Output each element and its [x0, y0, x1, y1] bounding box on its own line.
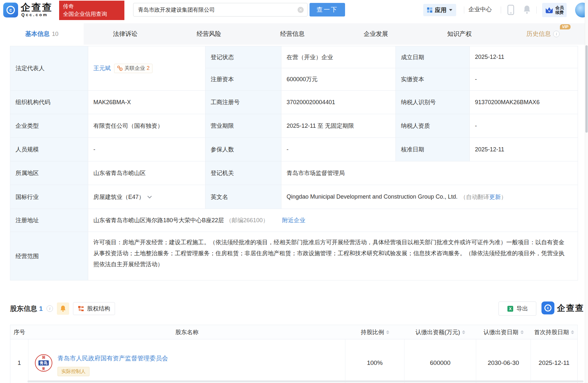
search-box: ✕: [133, 3, 308, 16]
promo-banner[interactable]: 传奇 全国企业信用查询: [59, 1, 124, 20]
reg-status-value: 在营（开业）企业: [281, 46, 396, 68]
mobile-app-icon[interactable]: [507, 5, 514, 16]
tab-operation-info[interactable]: 经营信息: [251, 23, 334, 45]
apps-grid-icon: [427, 7, 432, 13]
insured-label: 参保人数: [205, 138, 281, 161]
vip-line1: 会员: [555, 5, 564, 10]
tab-legal-litigation[interactable]: 法律诉讼: [84, 23, 167, 45]
industry-value-cell: 房屋建筑业（E47）: [88, 185, 205, 209]
row-amount: 600000: [404, 339, 476, 383]
insured-value: -: [281, 138, 396, 161]
sort-amount-button[interactable]: [462, 330, 465, 334]
company-type-label: 企业类型: [10, 114, 88, 138]
tab-enterprise-development[interactable]: 企业发展: [334, 23, 418, 45]
shareholders-title: 股东信息: [10, 304, 37, 313]
sort-sub-date-button[interactable]: [520, 330, 524, 334]
est-date-value: 2025-12-11: [470, 46, 578, 68]
enterprise-center-link[interactable]: 企业中心: [468, 5, 492, 13]
info-icon[interactable]: i: [47, 305, 53, 312]
shareholders-table: 序号 股东名称 持股比例 认缴出资额(万元) 认缴出资日期 首次持股日期 1 国…: [10, 325, 578, 383]
search-button[interactable]: 查一下: [310, 3, 345, 16]
reg-authority-label: 登记机关: [205, 161, 281, 185]
crown-icon: [545, 6, 553, 14]
shareholder-row: 国 青岛 资 青岛市人民政府国有资产监督管理委员会 实际控制人: [28, 339, 345, 383]
search-input[interactable]: [133, 3, 307, 16]
vip-renew-button[interactable]: 会员 续费: [542, 3, 567, 17]
tab-history-info[interactable]: VIP 历史信息 i: [501, 23, 585, 45]
reg-capital-label: 注册资本: [205, 68, 281, 91]
actual-controller-tag[interactable]: 实际控制人: [58, 367, 89, 376]
shareholder-name-link[interactable]: 青岛市人民政府国有资产监督管理委员会: [58, 355, 168, 362]
export-button[interactable]: X 导出: [499, 301, 536, 316]
qcc-brand-watermark: c 企查查: [541, 301, 584, 314]
qcc-logo-icon[interactable]: c: [3, 3, 18, 17]
en-name-note: （自动翻译: [460, 193, 489, 201]
tab-basic-info[interactable]: 基本信息 10: [0, 23, 84, 45]
en-name-update-link[interactable]: 更新: [489, 193, 501, 201]
chevron-down-icon: [449, 9, 452, 11]
svg-text:X: X: [509, 307, 512, 311]
address-value: 山东省青岛市崂山区海尔路180号大荣中心B座22层: [93, 216, 224, 224]
vertical-scrollbar-track: [585, 0, 588, 383]
divider: [464, 6, 464, 14]
qcc-company-page: 企查查 企查查 企查查 企查查 企查查 企查查 企查查 企查查 c 企查查 Qc…: [0, 0, 588, 383]
row-ratio: 100%: [345, 339, 404, 383]
info-icon[interactable]: i: [553, 31, 560, 37]
divider: [501, 6, 501, 14]
legal-rep-link[interactable]: 王元斌: [93, 64, 111, 72]
tab-operation-risk[interactable]: 经营风险: [167, 23, 251, 45]
paid-capital-value: -: [470, 68, 578, 91]
sort-first-date-button[interactable]: [571, 330, 574, 334]
reg-capital-value: 600000万元: [281, 68, 396, 91]
staff-size-value: -: [88, 138, 205, 161]
equity-structure-button[interactable]: 股权结构: [73, 302, 115, 315]
reg-status-label: 登记状态: [205, 46, 281, 68]
industry-expand-chevron-icon[interactable]: [147, 195, 152, 199]
approval-date-value: 2025-12-11: [470, 138, 578, 161]
est-date-label: 成立日期: [396, 46, 470, 68]
en-name-value: Qingdao Municipal Development and Constr…: [287, 193, 457, 200]
taxpayer-qual-label: 纳税人资质: [396, 114, 470, 138]
tab-bar: 基本信息 10 法律诉讼 经营风险 经营信息 企业发展 知识产权 VIP 历史信…: [0, 23, 585, 45]
biz-term-label: 营业期限: [205, 114, 281, 138]
horizontal-scrollbar-thumb[interactable]: [27, 380, 583, 382]
bell-icon: [60, 305, 66, 312]
apps-menu[interactable]: 应用: [423, 4, 456, 16]
col-header-index: 序号: [10, 325, 28, 339]
row-first-date: 2025-12-11: [531, 339, 577, 383]
promo-line2: 全国企业信用查询: [63, 10, 121, 18]
related-companies-icon: 企: [117, 65, 123, 71]
address-cell: 山东省青岛市崂山区海尔路180号大荣中心B座22层 （邮编266100） 附近企…: [88, 209, 578, 232]
monitor-bell-button[interactable]: [57, 302, 69, 315]
vip-line2: 续费: [555, 10, 564, 15]
tab-intellectual-property[interactable]: 知识产权: [418, 23, 501, 45]
col-header-ratio: 持股比例: [345, 325, 404, 339]
nearby-companies-link[interactable]: 附近企业: [282, 216, 305, 224]
biz-reg-no-value: 370200020004401: [281, 91, 396, 114]
col-header-first-date: 首次持股日期: [531, 325, 577, 339]
basic-info-table: 法定代表人 王元斌 企 关联企业 2 登记状态 在营（开业）企业 成立日期 20…: [10, 46, 578, 280]
tax-id-value: 91370200MAK26BMAX6: [470, 91, 578, 114]
address-label: 注册地址: [10, 209, 88, 232]
col-header-name: 股东名称: [28, 325, 345, 339]
reg-authority-value: 青岛市市场监督管理局: [281, 161, 578, 185]
tax-id-label: 纳税人识别号: [396, 91, 470, 114]
excel-icon: X: [507, 305, 514, 312]
industry-label: 国标行业: [10, 185, 88, 209]
qcc-logo-glyph: c: [6, 6, 15, 14]
vertical-scrollbar-thumb[interactable]: [585, 45, 588, 133]
clear-search-icon[interactable]: ✕: [298, 7, 304, 13]
sort-ratio-button[interactable]: [386, 330, 389, 334]
notification-bell-icon[interactable]: [523, 5, 531, 16]
paid-capital-label: 实缴资本: [396, 68, 470, 91]
shareholders-count: 1: [39, 305, 43, 312]
en-name-cell: Qingdao Municipal Development and Constr…: [281, 185, 578, 209]
related-companies-tag[interactable]: 企 关联企业 2: [114, 64, 152, 73]
address-zip: （邮编266100）: [226, 216, 268, 224]
approval-date-label: 核准日期: [396, 138, 470, 161]
row-index: 1: [10, 339, 28, 383]
taxpayer-qual-value: -: [470, 114, 578, 138]
col-header-sub-date: 认缴出资日期: [476, 325, 531, 339]
legal-rep-cell: 王元斌 企 关联企业 2: [88, 46, 205, 91]
promo-line1: 传奇: [63, 3, 121, 10]
